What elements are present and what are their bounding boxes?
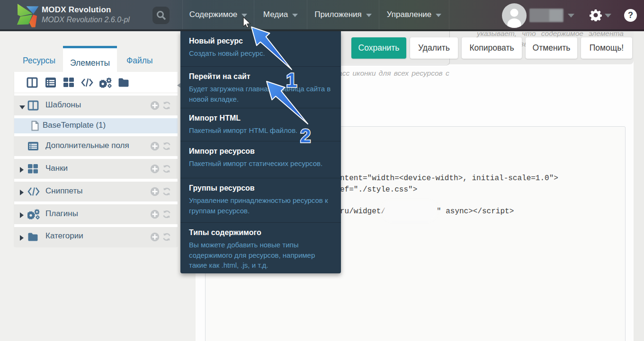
menu-item-new-resource[interactable]: Новый ресурс Создать новый ресурс. xyxy=(180,31,341,66)
refresh-icon[interactable] xyxy=(162,141,171,151)
menu-item-resource-groups[interactable]: Группы ресурсов Управление принадлежност… xyxy=(180,178,341,222)
menu-item-title: Группы ресурсов xyxy=(189,184,331,192)
menu-item-desc: Пакетный импорт HTML файлов. xyxy=(189,125,331,136)
caret-right-icon[interactable] xyxy=(19,211,25,217)
menu-extras-label: Приложения xyxy=(314,10,361,19)
chevron-down-icon xyxy=(292,14,298,17)
menu-item-desc: Управление принадлежностью ресурсов к гр… xyxy=(189,195,331,216)
menu-content[interactable]: Содержимое xyxy=(182,0,254,29)
chevron-down-icon xyxy=(366,14,372,17)
menu-extras[interactable]: Приложения xyxy=(307,0,379,29)
app-version-subtitle: MODX Revolution 2.6.0-pl xyxy=(42,16,130,24)
user-avatar[interactable] xyxy=(502,3,527,28)
add-icon[interactable] xyxy=(150,164,160,174)
tree-row-snippets[interactable]: Сниппеты xyxy=(14,182,178,201)
search-button[interactable] xyxy=(152,7,170,24)
refresh-icon[interactable] xyxy=(162,164,171,174)
caret-right-icon[interactable] xyxy=(19,234,25,239)
refresh-icon[interactable] xyxy=(162,232,171,242)
help-icon[interactable]: ? xyxy=(624,9,637,22)
tree-row-templates[interactable]: Шаблоны xyxy=(14,96,178,115)
elements-tree-panel: Шаблоны BaseTemplate (1) Дополнительны xyxy=(14,72,178,246)
snippets-icon xyxy=(27,187,40,198)
columns-icon[interactable] xyxy=(27,77,38,88)
menu-manage-label: Управление xyxy=(387,10,432,19)
save-button[interactable]: Сохранить xyxy=(351,37,406,59)
tree-row-label[interactable]: Шаблоны xyxy=(45,100,81,110)
menu-item-content-types[interactable]: Типы содержимого Вы можете добавить новы… xyxy=(180,222,341,273)
add-icon[interactable] xyxy=(150,141,160,151)
gears-icon[interactable] xyxy=(99,77,111,88)
cancel-button[interactable]: Отменить xyxy=(526,37,577,59)
grid-icon[interactable] xyxy=(63,77,74,88)
menu-item-title: Импорт HTML xyxy=(189,114,331,122)
menu-item-import-resources[interactable]: Импорт ресурсов Пакетный импорт статичес… xyxy=(180,141,341,178)
categories-icon xyxy=(27,232,40,244)
tab-resources[interactable]: Ресурсы xyxy=(23,56,55,66)
modx-logo xyxy=(16,2,43,28)
code-icon[interactable] xyxy=(81,77,92,88)
add-icon[interactable] xyxy=(150,210,160,219)
add-icon[interactable] xyxy=(150,232,160,242)
search-icon xyxy=(156,10,166,20)
menu-item-desc: Вы можете добавить новые типы содержимог… xyxy=(189,240,331,271)
plugins-icon xyxy=(27,209,40,220)
menu-divider xyxy=(449,0,449,29)
delete-button[interactable]: Удалить xyxy=(410,37,458,59)
menu-item-title: Перейти на сайт xyxy=(189,72,331,81)
tree-toolbar xyxy=(14,72,178,93)
menu-media[interactable]: Медиа xyxy=(254,0,307,29)
duplicate-button[interactable]: Копировать xyxy=(462,37,522,59)
menu-item-title: Типы содержимого xyxy=(189,228,331,237)
folder-icon[interactable] xyxy=(118,77,129,88)
username-blurred-highlight xyxy=(549,9,563,21)
add-icon[interactable] xyxy=(150,101,160,110)
tree-row-label[interactable]: Сниппеты xyxy=(45,186,82,196)
caret-right-icon[interactable] xyxy=(19,189,25,194)
help-glyph: ? xyxy=(628,10,633,20)
tree-row-tvs[interactable]: Дополнительные поля xyxy=(14,136,178,156)
menu-item-desc: Будет загружена главная страница сайта в… xyxy=(189,84,331,104)
code-line: ef="./style.css"> xyxy=(340,185,417,194)
menu-item-title: Новый ресурс xyxy=(189,37,331,45)
chunks-icon xyxy=(27,164,40,175)
caret-down-icon[interactable] xyxy=(19,103,25,108)
chevron-down-icon[interactable] xyxy=(568,14,574,17)
menu-item-view-site[interactable]: Перейти на сайт Будет загружена главная … xyxy=(180,66,341,108)
add-icon[interactable] xyxy=(150,187,160,196)
menu-manage[interactable]: Управление xyxy=(379,0,449,29)
refresh-icon[interactable] xyxy=(162,210,171,219)
caret-right-icon[interactable] xyxy=(19,166,25,171)
refresh-icon[interactable] xyxy=(162,101,171,110)
file-icon xyxy=(31,121,39,131)
code-line: ru/widget/ xyxy=(340,207,385,216)
tree-row-label[interactable]: Дополнительные поля xyxy=(45,141,129,150)
list-icon[interactable] xyxy=(45,77,56,88)
modx-manager-window: указывает, что содержимое элемента зв кл… xyxy=(0,0,644,341)
tree-row-plugins[interactable]: Плагины xyxy=(14,204,178,224)
help-button[interactable]: Помощь! xyxy=(581,37,632,59)
refresh-icon[interactable] xyxy=(162,187,171,196)
gear-icon[interactable] xyxy=(590,9,602,21)
menu-item-title: Импорт ресурсов xyxy=(189,147,331,156)
tree-row-label[interactable]: BaseTemplate (1) xyxy=(43,121,106,130)
tree-row-chunks[interactable]: Чанки xyxy=(14,159,178,179)
menu-item-desc: Создать новый ресурс. xyxy=(189,48,331,59)
tree-row-label[interactable]: Категории xyxy=(45,231,83,241)
tab-files[interactable]: Файлы xyxy=(126,56,153,66)
chevron-down-icon[interactable] xyxy=(605,14,611,17)
left-sidebar: Ресурсы Элементы Файлы xyxy=(0,31,196,341)
tree-row-label[interactable]: Чанки xyxy=(45,164,68,173)
chevron-down-icon xyxy=(242,14,247,17)
menu-item-import-html[interactable]: Импорт HTML Пакетный импорт HTML файлов. xyxy=(180,108,341,141)
chevron-down-icon xyxy=(436,14,441,17)
app-title: MODX Revolution xyxy=(42,5,111,15)
tree-row-categories[interactable]: Категории xyxy=(14,227,178,247)
menu-item-desc: Пакетный импорт статических ресурсов. xyxy=(189,158,331,169)
tab-elements[interactable]: Элементы xyxy=(63,46,117,72)
background-text-line: класс иконки для всех ресурсов с xyxy=(331,69,449,78)
template-icon xyxy=(27,100,40,112)
content-dropdown-menu: Новый ресурс Создать новый ресурс. Перей… xyxy=(180,31,341,273)
tree-row-label[interactable]: Плагины xyxy=(45,209,78,219)
tree-row-basetemplate[interactable]: BaseTemplate (1) xyxy=(14,118,178,133)
